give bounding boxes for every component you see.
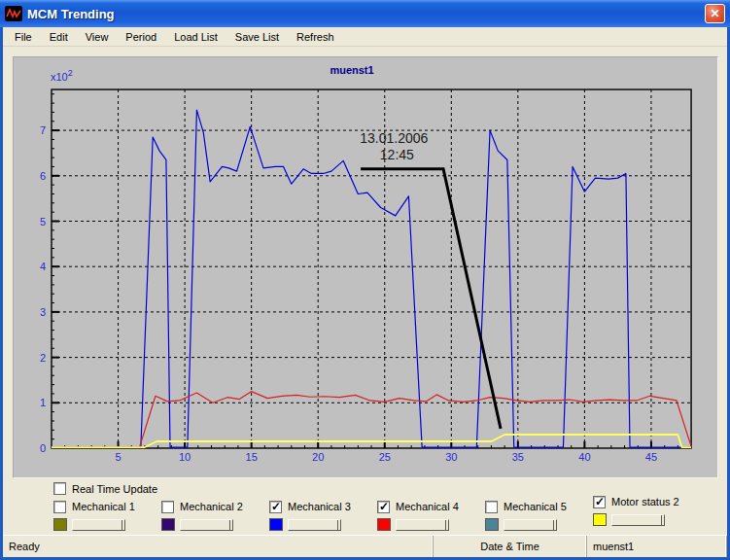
app-waveform-icon bbox=[5, 5, 22, 22]
legend-slider-bar[interactable] bbox=[611, 514, 665, 526]
legend-color-swatch bbox=[269, 518, 283, 531]
checkbox-mechanical-1[interactable] bbox=[53, 501, 66, 513]
annotation-time: 12:45 bbox=[380, 147, 414, 162]
menu-item-save-list[interactable]: Save List bbox=[226, 29, 288, 45]
x-tick-label: 15 bbox=[246, 451, 258, 463]
legend-color-swatch bbox=[161, 518, 175, 531]
x-tick-label: 45 bbox=[645, 451, 657, 463]
menu-item-edit[interactable]: Edit bbox=[41, 29, 77, 45]
legend-slider-bar[interactable] bbox=[180, 519, 233, 531]
realtime-update-checkbox[interactable] bbox=[53, 482, 66, 495]
legend-color-swatch bbox=[593, 513, 607, 526]
checkbox-mechanical-4[interactable] bbox=[377, 501, 390, 513]
status-bar: Ready Date & Time muenst1 bbox=[3, 535, 727, 557]
y-tick-label: 1 bbox=[40, 397, 46, 408]
y-tick-label: 7 bbox=[40, 124, 46, 136]
label-mechanical-3: Mechanical 3 bbox=[288, 501, 351, 512]
y-tick-label: 6 bbox=[40, 170, 46, 182]
legend-item-motor-status-2: Motor status 2 bbox=[593, 495, 719, 531]
checkbox-motor-status-2[interactable] bbox=[593, 496, 606, 508]
realtime-update-label: Real Time Update bbox=[72, 483, 157, 495]
status-date-time: Date & Time bbox=[434, 536, 587, 557]
legend-item-mechanical-5: Mechanical 5 bbox=[485, 500, 593, 531]
y-tick-label: 3 bbox=[40, 306, 46, 318]
y-tick-label: 0 bbox=[40, 442, 46, 454]
legend-color-swatch bbox=[377, 518, 391, 531]
label-motor-status-2: Motor status 2 bbox=[611, 496, 679, 508]
chart-plot-area: 510152025303540450123456713.01.200612:45 bbox=[14, 57, 719, 479]
realtime-update-control: Real Time Update bbox=[53, 482, 157, 495]
status-dataset-name: muenst1 bbox=[587, 536, 727, 557]
legend-color-swatch bbox=[53, 518, 67, 531]
x-tick-label: 10 bbox=[179, 451, 191, 463]
menu-item-period[interactable]: Period bbox=[117, 29, 165, 45]
app-window: MCM Trending ✕ File Edit View Period Loa… bbox=[0, 0, 730, 560]
label-mechanical-1: Mechanical 1 bbox=[72, 501, 135, 512]
legend-row: Mechanical 1 Mechanical 2 bbox=[53, 500, 719, 531]
chart-panel: muenst1 x102 510152025303540450123456713… bbox=[13, 56, 718, 478]
legend-item-mechanical-1: Mechanical 1 bbox=[53, 500, 161, 531]
legend-slider-bar[interactable] bbox=[288, 519, 341, 531]
legend-item-mechanical-2: Mechanical 2 bbox=[161, 500, 269, 531]
x-tick-label: 5 bbox=[115, 451, 121, 463]
legend-item-mechanical-4: Mechanical 4 bbox=[377, 500, 485, 531]
legend-slider-bar[interactable] bbox=[396, 519, 449, 531]
checkbox-mechanical-3[interactable] bbox=[269, 501, 282, 513]
menu-item-refresh[interactable]: Refresh bbox=[288, 29, 343, 45]
x-tick-label: 30 bbox=[445, 451, 457, 463]
label-mechanical-4: Mechanical 4 bbox=[396, 501, 459, 512]
legend-item-mechanical-3: Mechanical 3 bbox=[269, 500, 377, 531]
y-tick-label: 2 bbox=[40, 352, 46, 364]
status-ready: Ready bbox=[3, 536, 434, 557]
annotation-date: 13.01.2006 bbox=[360, 130, 428, 146]
y-tick-label: 5 bbox=[40, 216, 46, 228]
y-tick-label: 4 bbox=[40, 261, 46, 272]
title-bar[interactable]: MCM Trending ✕ bbox=[0, 0, 730, 27]
menu-bar: File Edit View Period Load List Save Lis… bbox=[3, 27, 727, 47]
x-tick-label: 20 bbox=[312, 451, 324, 463]
menu-item-view[interactable]: View bbox=[77, 29, 118, 45]
series-mechanical-3 bbox=[52, 110, 691, 447]
menu-item-file[interactable]: File bbox=[6, 29, 41, 45]
checkbox-mechanical-5[interactable] bbox=[485, 501, 498, 513]
legend-slider-bar[interactable] bbox=[72, 519, 125, 531]
x-tick-label: 40 bbox=[578, 451, 590, 463]
label-mechanical-5: Mechanical 5 bbox=[504, 501, 567, 512]
legend-slider-bar[interactable] bbox=[504, 519, 557, 531]
series-mechanical-4 bbox=[52, 392, 691, 447]
x-tick-label: 25 bbox=[379, 451, 391, 463]
close-button[interactable]: ✕ bbox=[705, 4, 725, 23]
label-mechanical-2: Mechanical 2 bbox=[180, 501, 243, 512]
window-title: MCM Trending bbox=[27, 7, 705, 21]
menu-item-load-list[interactable]: Load List bbox=[165, 29, 226, 45]
main-content: muenst1 x102 510152025303540450123456713… bbox=[3, 47, 727, 535]
checkbox-mechanical-2[interactable] bbox=[161, 501, 174, 513]
legend-color-swatch bbox=[485, 518, 499, 531]
x-tick-label: 35 bbox=[512, 451, 524, 463]
